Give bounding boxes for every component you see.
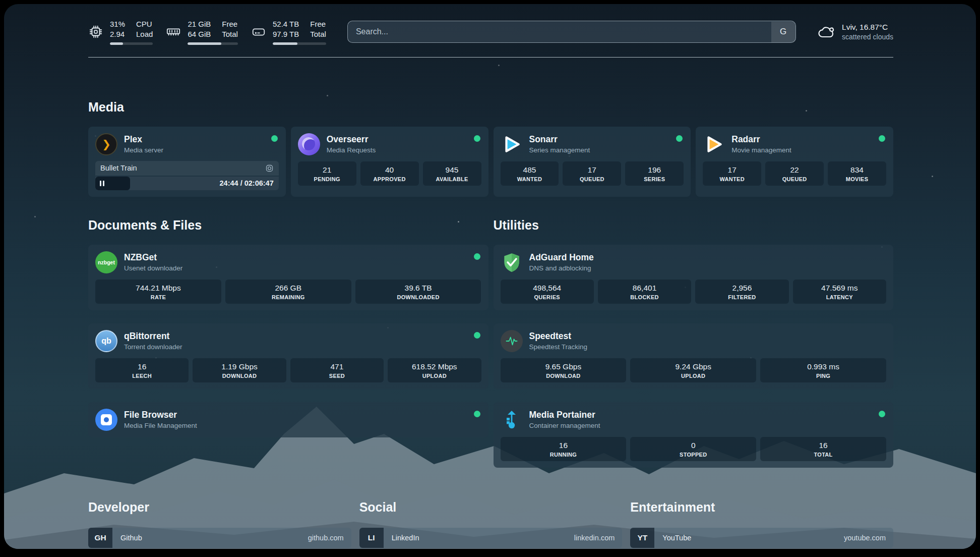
service-title: qBittorrent: [124, 331, 182, 341]
weather-location-temp: Lviv, 16.87°C: [842, 23, 893, 32]
bookmark-link-youtube[interactable]: YT YouTube youtube.com: [630, 528, 893, 548]
stat-block: 39.6 TBDOWNLOADED: [355, 280, 481, 304]
utilities-column: Utilities: [494, 218, 894, 468]
bookmarks-grid: Developer GH Github github.com SO StackO…: [88, 500, 893, 549]
service-subtitle: Torrent downloader: [124, 343, 182, 351]
service-card-nzbget[interactable]: nzbget NZBGet Usenet downloader 744.21 M…: [88, 245, 488, 310]
bookmark-group-social: Social LI LinkedIn linkedin.com TW Twitt…: [359, 500, 623, 549]
topbar-divider: [88, 57, 893, 58]
service-card-portainer[interactable]: Media Portainer Container management 16R…: [494, 402, 894, 468]
service-card-radarr[interactable]: Radarr Movie management 17WANTED 22QUEUE…: [696, 127, 893, 197]
stat-block: 40APPROVED: [360, 161, 419, 186]
pause-icon[interactable]: [100, 181, 104, 186]
media-card-grid: ❯ Plex Media server Bullet Train: [88, 127, 893, 197]
stat-block: 618.52 MbpsUPLOAD: [388, 358, 481, 382]
service-card-sonarr[interactable]: Sonarr Series management 485WANTED 17QUE…: [494, 127, 691, 197]
cpu-progress-bar: [110, 42, 153, 45]
status-dot: [676, 135, 683, 142]
service-subtitle: Speedtest Tracking: [529, 343, 588, 351]
stat-block: 47.569 msLATENCY: [793, 280, 886, 304]
stat-block: 17WANTED: [703, 161, 761, 186]
bookmark-url: github.com: [308, 528, 351, 548]
memory-progress-bar: [188, 42, 238, 45]
bookmark-url: linkedin.com: [574, 528, 623, 548]
service-card-qbittorrent[interactable]: qb qBittorrent Torrent downloader 16LEEC…: [88, 323, 488, 389]
portainer-logo-icon: [501, 409, 523, 431]
cpu-usage-value: 31%: [110, 19, 125, 29]
bookmark-link-github[interactable]: GH Github github.com: [88, 528, 351, 548]
stat-block: 22QUEUED: [765, 161, 824, 186]
service-title: File Browser: [124, 410, 197, 420]
search-input[interactable]: [347, 21, 796, 43]
stat-block: 834MOVIES: [828, 161, 886, 186]
weather-widget: Lviv, 16.87°C scattered clouds: [817, 23, 893, 41]
disk-free-value: 52.4 TB: [273, 19, 299, 29]
stat-block: 16RUNNING: [501, 437, 627, 461]
cpu-icon: [88, 24, 103, 39]
disk-total-label: Total: [310, 29, 326, 39]
stat-block: 16LEECH: [95, 358, 189, 382]
service-title: Radarr: [731, 134, 791, 144]
memory-total-value: 64 GiB: [188, 29, 211, 39]
service-card-adguard[interactable]: AdGuard Home DNS and adblocking 498,564Q…: [494, 245, 894, 310]
cpu-usage-label: CPU: [136, 19, 153, 29]
qbittorrent-logo-icon: qb: [95, 330, 117, 352]
stat-block: 945AVAILABLE: [423, 161, 481, 186]
stat-block: 196SERIES: [625, 161, 684, 186]
service-title: Media Portainer: [529, 410, 600, 420]
service-card-filebrowser[interactable]: File Browser Media File Management: [88, 402, 488, 437]
service-title: Sonarr: [529, 134, 590, 144]
service-subtitle: Container management: [529, 422, 600, 429]
top-bar: 31% 2.94 CPU Load: [88, 19, 893, 45]
service-subtitle: DNS and adblocking: [529, 264, 594, 272]
memory-widget: 21 GiB 64 GiB Free Total: [166, 19, 238, 45]
bookmark-link-linkedin[interactable]: LI LinkedIn linkedin.com: [359, 528, 623, 548]
cpu-widget: 31% 2.94 CPU Load: [88, 19, 153, 45]
stat-block: 0.993 msPING: [760, 358, 886, 382]
stat-block: 471SEED: [290, 358, 384, 382]
section-title-developer: Developer: [88, 500, 351, 515]
cloud-icon: [817, 24, 835, 40]
plex-logo-icon: ❯: [95, 133, 117, 155]
sonarr-logo-icon: [501, 133, 523, 155]
stat-block: 744.21 MbpsRATE: [95, 280, 221, 304]
bookmark-name: LinkedIn: [384, 528, 574, 548]
section-title-documents: Documents & Files: [88, 218, 488, 233]
stat-block: 17QUEUED: [563, 161, 621, 186]
playback-progress-bar[interactable]: 24:44 / 02:06:47: [95, 177, 279, 190]
status-dot: [879, 411, 885, 417]
service-subtitle: Usenet downloader: [124, 264, 182, 272]
filebrowser-logo-icon: [95, 409, 117, 431]
bookmark-abbr: YT: [630, 528, 654, 548]
status-dot: [474, 332, 480, 339]
stat-block: 1.19 GbpsDOWNLOAD: [193, 358, 286, 382]
stat-block: 0STOPPED: [630, 437, 756, 461]
service-subtitle: Series management: [529, 146, 590, 154]
weather-condition: scattered clouds: [842, 33, 893, 41]
memory-free-label: Free: [222, 19, 238, 29]
search-provider-button[interactable]: G: [771, 22, 795, 42]
bookmark-name: Github: [112, 528, 308, 548]
section-title-utilities: Utilities: [494, 218, 894, 233]
bookmark-url: youtube.com: [844, 528, 893, 548]
adguard-logo-icon: [501, 251, 523, 273]
status-dot: [474, 135, 480, 142]
section-title-media: Media: [88, 100, 893, 115]
now-playing-title: Bullet Train: [100, 164, 137, 172]
service-title: AdGuard Home: [529, 252, 594, 262]
service-card-plex[interactable]: ❯ Plex Media server Bullet Train: [88, 127, 286, 197]
memory-free-value: 21 GiB: [188, 19, 211, 29]
status-dot: [474, 253, 480, 260]
service-title: NZBGet: [124, 252, 182, 262]
bookmark-group-entertainment: Entertainment YT YouTube youtube.com NF …: [630, 500, 893, 549]
bookmark-abbr: LI: [359, 528, 384, 548]
service-card-speedtest[interactable]: Speedtest Speedtest Tracking 9.65 GbpsDO…: [494, 323, 894, 389]
media-type-icon: [265, 164, 274, 173]
playback-time: 24:44 / 02:06:47: [220, 179, 274, 187]
dashboard-window: 31% 2.94 CPU Load: [4, 4, 976, 549]
service-subtitle: Movie management: [731, 146, 791, 154]
status-dot: [879, 135, 885, 142]
search-bar: G: [347, 21, 796, 43]
service-card-overseerr[interactable]: Overseerr Media Requests 21PENDING 40APP…: [291, 127, 488, 197]
section-title-social: Social: [359, 500, 623, 515]
